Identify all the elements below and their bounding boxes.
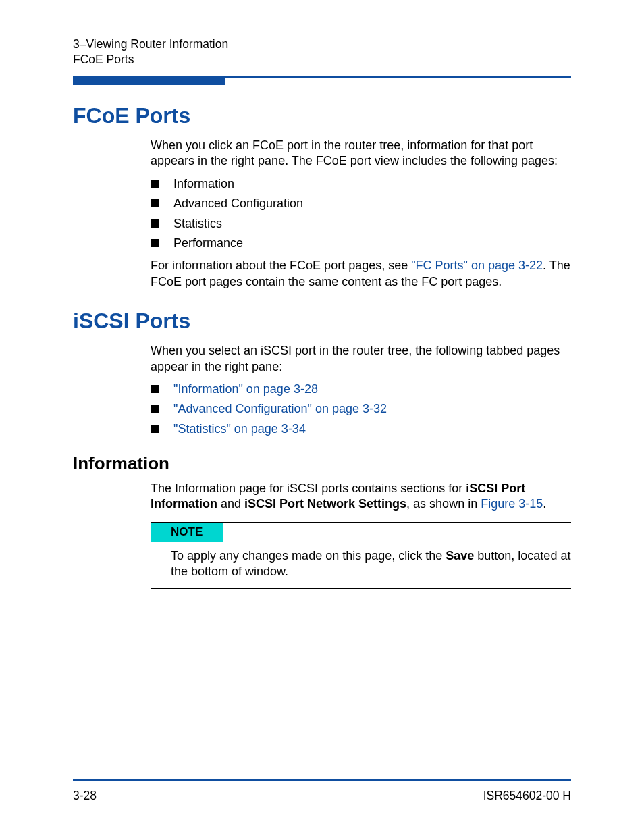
fcoe-list: Information Advanced Configuration Stati… (151, 176, 571, 252)
text: For information about the FCoE port page… (151, 259, 411, 272)
header-rule (73, 76, 571, 84)
list-item: Statistics (151, 216, 571, 232)
text-bold: Save (446, 549, 474, 563)
figure-3-15-link[interactable]: Figure 3-15 (481, 497, 543, 511)
list-item: Performance (151, 236, 571, 251)
bullet-icon (151, 239, 159, 247)
list-item: "Statistics" on page 3-34 (151, 421, 571, 437)
header-chapter: 3–Viewing Router Information (73, 37, 571, 51)
information-paragraph: The Information page for iSCSI ports con… (151, 481, 571, 513)
fcoe-ports-heading: FCoE Ports (73, 103, 571, 128)
document-id: ISR654602-00 H (483, 789, 571, 803)
list-item: Information (151, 176, 571, 192)
iscsi-advanced-config-link[interactable]: "Advanced Configuration" on page 3-32 (173, 401, 387, 417)
iscsi-ports-heading: iSCSI Ports (73, 309, 571, 334)
note-label: NOTE (151, 523, 223, 542)
page-footer: 3-28 ISR654602-00 H (73, 779, 571, 803)
list-item: Advanced Configuration (151, 196, 571, 211)
text: and (217, 497, 244, 511)
list-item-label: Advanced Configuration (173, 196, 303, 211)
page-number: 3-28 (73, 789, 97, 803)
list-item: "Advanced Configuration" on page 3-32 (151, 401, 571, 417)
list-item-label: Statistics (173, 216, 222, 232)
text: To apply any changes made on this page, … (171, 549, 446, 563)
note-text: To apply any changes made on this page, … (171, 548, 571, 580)
page-header: 3–Viewing Router Information FCoE Ports (73, 37, 571, 103)
iscsi-statistics-link[interactable]: "Statistics" on page 3-34 (173, 421, 306, 437)
text: The Information page for iSCSI ports con… (151, 481, 466, 495)
list-item: "Information" on page 3-28 (151, 382, 571, 397)
list-item-label: Performance (173, 236, 243, 251)
information-heading: Information (73, 453, 571, 474)
fcoe-intro: When you click an FCoE port in the route… (151, 138, 571, 170)
bullet-icon (151, 405, 159, 413)
note-box: NOTE To apply any changes made on this p… (151, 522, 571, 589)
footer-rule (73, 779, 571, 781)
bullet-icon (151, 199, 159, 207)
fc-ports-link[interactable]: "FC Ports" on page 3-22 (411, 259, 543, 272)
bullet-icon (151, 425, 159, 433)
text: . (543, 497, 546, 511)
text: , as shown in (406, 497, 481, 511)
iscsi-information-link[interactable]: "Information" on page 3-28 (173, 382, 318, 397)
text-bold: iSCSI Port Network Settings (244, 497, 406, 511)
list-item-label: Information (173, 176, 234, 192)
bullet-icon (151, 219, 159, 228)
fcoe-after: For information about the FCoE port page… (151, 258, 571, 290)
header-section: FCoE Ports (73, 53, 571, 67)
bullet-icon (151, 180, 159, 188)
iscsi-list: "Information" on page 3-28 "Advanced Con… (151, 382, 571, 437)
bullet-icon (151, 385, 159, 393)
iscsi-intro: When you select an iSCSI port in the rou… (151, 343, 571, 375)
